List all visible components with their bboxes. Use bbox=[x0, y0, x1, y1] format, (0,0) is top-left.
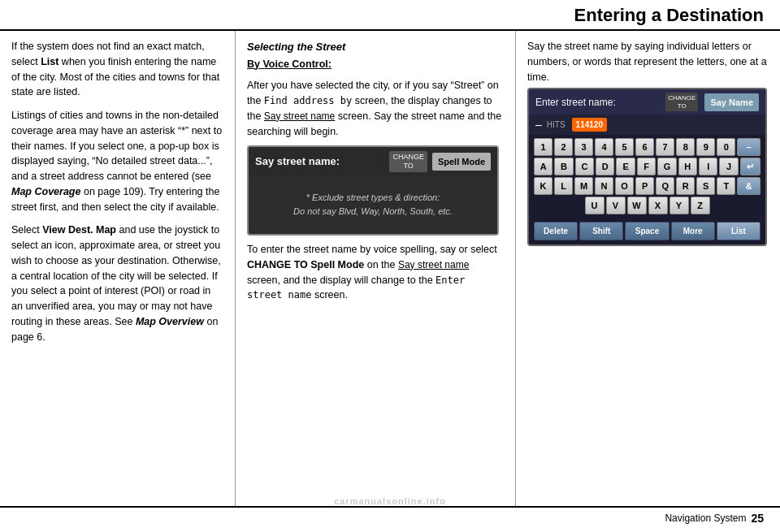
kb-say-name-btn[interactable]: Say Name bbox=[704, 93, 759, 112]
say-street-ref: Say street name bbox=[398, 259, 469, 270]
kb-key-5[interactable]: 5 bbox=[615, 138, 634, 156]
kb-key-3[interactable]: 3 bbox=[574, 138, 593, 156]
screen-header: Say street name: CHANGETO Spell Mode bbox=[249, 147, 497, 176]
kb-key-F[interactable]: F bbox=[637, 158, 656, 175]
screen-header-label: Say street name: bbox=[255, 154, 384, 170]
screen-body: * Exclude street types & direction: Do n… bbox=[249, 176, 497, 234]
kb-key-8[interactable]: 8 bbox=[676, 138, 695, 156]
kb-key-X[interactable]: X bbox=[648, 197, 668, 214]
kb-key-N[interactable]: N bbox=[595, 177, 613, 195]
kb-space-btn[interactable]: Space bbox=[625, 222, 669, 240]
kb-key-9[interactable]: 9 bbox=[696, 138, 715, 156]
footer-text: Navigation System bbox=[665, 513, 746, 524]
say-street-screen: Say street name: CHANGETO Spell Mode * E… bbox=[247, 145, 499, 236]
kb-key-P[interactable]: P bbox=[635, 177, 654, 195]
kb-key-4[interactable]: 4 bbox=[595, 138, 613, 156]
kb-change-to-btn[interactable]: CHANGETO bbox=[665, 93, 698, 111]
map-overview-ref: Map Overview bbox=[136, 316, 204, 327]
mid-para-1: After you have selected the city, or if … bbox=[247, 78, 504, 139]
kb-key-S[interactable]: S bbox=[696, 177, 715, 195]
kb-row-u-z: U V W X Y Z bbox=[534, 197, 760, 214]
kb-key-C[interactable]: C bbox=[575, 158, 594, 175]
kb-key-7[interactable]: 7 bbox=[656, 138, 674, 156]
right-column: Say the street name by saying individual… bbox=[516, 31, 780, 506]
section-title: Selecting the Street bbox=[247, 39, 504, 55]
spell-mode-button[interactable]: Spell Mode bbox=[432, 153, 491, 171]
page-footer: Navigation System 25 bbox=[0, 506, 780, 529]
map-coverage-ref: Map Coverage bbox=[11, 186, 80, 197]
kb-key-V[interactable]: V bbox=[606, 197, 626, 214]
footer-page-number: 25 bbox=[751, 512, 764, 525]
kb-row-numbers: 1 2 3 4 5 6 7 8 9 0 – bbox=[534, 138, 760, 156]
kb-key-ampersand[interactable]: & bbox=[737, 177, 760, 195]
kb-minus-icon[interactable]: – bbox=[535, 116, 542, 133]
kb-key-W[interactable]: W bbox=[627, 197, 647, 214]
kb-key-0[interactable]: 0 bbox=[717, 138, 735, 156]
kb-header: Enter street name: CHANGETO Say Name bbox=[529, 89, 765, 115]
change-to-spell-mode-ref: CHANGE TO Spell Mode bbox=[247, 259, 364, 270]
kb-key-6[interactable]: 6 bbox=[635, 138, 654, 156]
kb-delete-btn[interactable]: Delete bbox=[534, 222, 578, 240]
kb-key-G[interactable]: G bbox=[657, 158, 676, 175]
kb-key-E[interactable]: E bbox=[616, 158, 635, 175]
mid-column: Selecting the Street By Voice Control: A… bbox=[236, 31, 516, 506]
kb-key-T[interactable]: T bbox=[717, 177, 735, 195]
list-word: List bbox=[41, 56, 58, 67]
kb-key-B[interactable]: B bbox=[554, 158, 573, 175]
left-para-1: If the system does not find an exact mat… bbox=[11, 39, 223, 100]
kb-shift-btn[interactable]: Shift bbox=[579, 222, 623, 240]
kb-key-I[interactable]: I bbox=[699, 158, 717, 175]
say-street-name-label: Say street name bbox=[264, 110, 335, 122]
view-dest-map-label: View Dest. Map bbox=[42, 224, 116, 236]
enter-street-ref: Enter street name bbox=[247, 275, 465, 301]
kb-key-Y[interactable]: Y bbox=[670, 197, 689, 214]
find-address-label: Find address by bbox=[264, 95, 352, 106]
kb-keys-area: 1 2 3 4 5 6 7 8 9 0 – A B C D bbox=[529, 135, 765, 219]
kb-key-H[interactable]: H bbox=[678, 158, 697, 175]
kb-key-J[interactable]: J bbox=[719, 158, 738, 175]
kb-key-Q[interactable]: Q bbox=[656, 177, 674, 195]
kb-hits-label: HITS bbox=[547, 119, 566, 131]
left-para-3: Select View Dest. Map and use the joysti… bbox=[11, 223, 223, 344]
kb-key-D[interactable]: D bbox=[596, 158, 614, 175]
kb-row-a-j: A B C D E F G H I J ↵ bbox=[534, 158, 760, 175]
kb-bottom-row: Delete Shift Space More List bbox=[529, 219, 765, 244]
kb-key-Z[interactable]: Z bbox=[691, 197, 710, 214]
kb-key-O[interactable]: O bbox=[615, 177, 634, 195]
content-area: If the system does not find an exact mat… bbox=[0, 31, 780, 506]
kb-more-btn[interactable]: More bbox=[671, 222, 715, 240]
kb-key-M[interactable]: M bbox=[574, 177, 593, 195]
mid-para-2: To enter the street name by voice spelli… bbox=[247, 242, 504, 303]
screen-note: * Exclude street types & direction: Do n… bbox=[258, 191, 488, 219]
kb-key-U[interactable]: U bbox=[585, 197, 604, 214]
kb-key-1[interactable]: 1 bbox=[534, 138, 552, 156]
kb-hits-row: – HITS 114120 bbox=[529, 115, 765, 135]
left-column: If the system does not find an exact mat… bbox=[0, 31, 236, 506]
page-title: Entering a Destination bbox=[574, 5, 764, 26]
kb-key-R[interactable]: R bbox=[676, 177, 695, 195]
right-intro: Say the street name by saying individual… bbox=[527, 39, 769, 84]
kb-key-A[interactable]: A bbox=[534, 158, 552, 175]
page-header: Entering a Destination bbox=[0, 0, 780, 31]
left-para-2: Listings of cities and towns in the non-… bbox=[11, 108, 223, 214]
kb-key-K[interactable]: K bbox=[534, 177, 552, 195]
kb-row-k-t: K L M N O P Q R S T & bbox=[534, 177, 760, 195]
kb-hits-value: 114120 bbox=[572, 118, 607, 132]
kb-key-dash[interactable]: – bbox=[737, 138, 760, 156]
kb-list-btn[interactable]: List bbox=[717, 222, 760, 240]
mid-sub-title: By Voice Control: bbox=[247, 57, 504, 72]
enter-street-keyboard-screen: Enter street name: CHANGETO Say Name – H… bbox=[527, 88, 767, 246]
kb-key-2[interactable]: 2 bbox=[554, 138, 573, 156]
kb-key-L[interactable]: L bbox=[554, 177, 573, 195]
kb-header-label: Enter street name: bbox=[535, 95, 659, 110]
by-voice-control-label: By Voice Control: bbox=[247, 58, 332, 70]
kb-key-backspace[interactable]: ↵ bbox=[740, 158, 760, 175]
change-to-button[interactable]: CHANGETO bbox=[389, 151, 427, 172]
